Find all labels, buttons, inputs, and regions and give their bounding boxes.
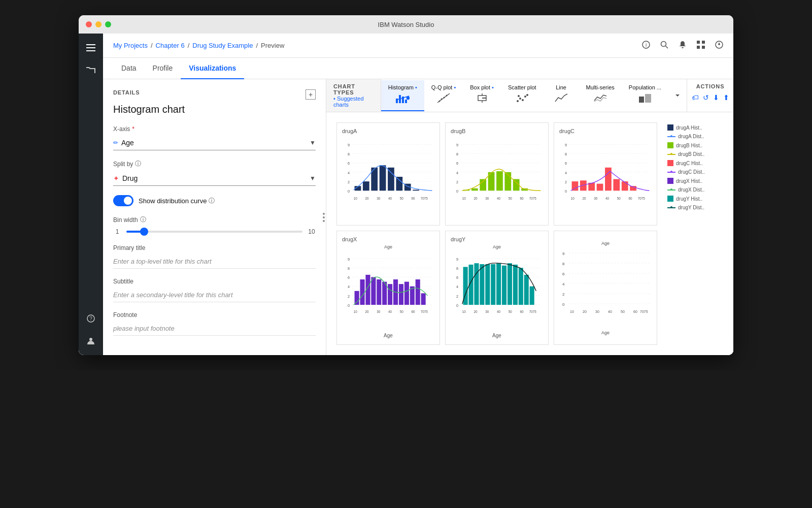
header-icons: i [642, 41, 723, 51]
bin-width-slider-row: 1 10 [113, 228, 316, 235]
subtitle-label: Subtitle [113, 278, 316, 285]
notification-icon[interactable] [679, 41, 687, 51]
chart-type-scatter[interactable]: Scatter plot [501, 80, 544, 111]
actions-panel: ACTIONS 🏷 ↺ ⬇ ⬆ [687, 79, 733, 112]
svg-point-26 [446, 94, 448, 96]
chart-type-multiseries[interactable]: Multi-series [579, 80, 622, 111]
multiseries-icon [593, 92, 607, 106]
app-layout: ? My Projects / Chapter 6 / Drug Study E… [79, 34, 733, 355]
svg-text:20: 20 [583, 197, 587, 201]
svg-text:60: 60 [412, 310, 416, 313]
split-by-select[interactable]: ✦ Drug ▼ [113, 171, 316, 186]
sidebar-help-icon[interactable]: ? [82, 309, 100, 328]
legend-drugA-hist-label: drugA Hist.. [676, 125, 702, 131]
chart-type-boxplot[interactable]: Box plot [463, 80, 501, 111]
breadcrumb-chapter6[interactable]: Chapter 6 [156, 42, 185, 49]
svg-text:8: 8 [456, 266, 458, 271]
distribution-info-icon[interactable]: ⓘ [209, 197, 215, 205]
svg-text:9: 9 [456, 257, 458, 262]
svg-text:20: 20 [365, 197, 369, 201]
legend-drugY-dist: drugY Dist.. [667, 205, 723, 210]
footnote-input[interactable] [113, 322, 316, 336]
svg-text:10: 10 [354, 197, 358, 201]
footnote-group: Footnote [113, 311, 316, 336]
svg-point-25 [444, 97, 445, 98]
slider-thumb[interactable] [140, 228, 148, 236]
legend-drugA-dist: drugA Dist.. [667, 134, 723, 139]
add-chart-button[interactable]: + [306, 89, 316, 100]
chart-drugX-age-title: Age [342, 244, 434, 249]
compass-icon[interactable] [715, 41, 723, 51]
svg-text:40: 40 [497, 310, 501, 313]
svg-point-34 [524, 96, 526, 98]
maximize-dot[interactable] [105, 21, 111, 27]
split-by-info-icon[interactable]: ⓘ [135, 160, 141, 168]
svg-rect-115 [597, 184, 603, 191]
svg-rect-37 [639, 97, 644, 103]
svg-rect-38 [645, 94, 651, 103]
close-dot[interactable] [86, 21, 92, 27]
svg-point-35 [526, 94, 528, 96]
x-axis-select[interactable]: ✏ Age ▼ [113, 136, 316, 150]
pencil-icon: ✏ [113, 139, 118, 146]
svg-text:2: 2 [565, 180, 567, 184]
tab-visualizations[interactable]: Visualizations [181, 58, 244, 79]
svg-rect-174 [480, 264, 484, 305]
scatter-label: Scatter plot [508, 84, 536, 90]
svg-rect-1 [86, 47, 95, 48]
breadcrumb-my-projects[interactable]: My Projects [113, 42, 148, 49]
panel-resize-handle[interactable] [320, 213, 326, 222]
legend-drugY-dist-color [667, 207, 675, 208]
sidebar-user-icon[interactable] [82, 332, 100, 350]
breadcrumb-drug-study[interactable]: Drug Study Example [192, 42, 253, 49]
svg-text:9: 9 [562, 251, 565, 256]
qqplot-icon [436, 92, 451, 106]
svg-text:10: 10 [354, 310, 358, 313]
svg-text:2: 2 [562, 292, 565, 297]
show-distribution-toggle[interactable] [113, 195, 133, 206]
boxplot-icon [475, 92, 489, 106]
svg-rect-89 [496, 171, 503, 190]
sidebar-menu-icon[interactable] [82, 39, 100, 57]
refresh-action-icon[interactable]: ↺ [703, 93, 709, 102]
svg-point-5 [89, 338, 92, 341]
bin-width-info-icon[interactable]: ⓘ [140, 215, 146, 224]
chart-type-qqplot[interactable]: Q-Q plot [424, 80, 463, 111]
chart-drugB-svg: 9 8 6 4 2 0 10 20 30 40 [451, 136, 543, 217]
svg-text:6: 6 [562, 272, 565, 276]
chart-type-population[interactable]: Population ... [622, 80, 668, 111]
tabs: Data Profile Visualizations [103, 58, 733, 79]
minimize-dot[interactable] [95, 21, 101, 27]
svg-rect-178 [502, 266, 506, 305]
chart-type-line[interactable]: Line [544, 80, 579, 111]
tag-action-icon[interactable]: 🏷 [692, 93, 699, 102]
svg-point-33 [522, 99, 524, 101]
chart-drugA: drugA 9 8 6 4 2 0 1 [336, 122, 440, 226]
subtitle-input[interactable] [113, 288, 316, 302]
primary-title-group: Primary title [113, 244, 316, 269]
sidebar-folder-icon[interactable] [82, 61, 100, 79]
legend-drugC-hist-label: drugC Hist.. [676, 161, 703, 166]
tab-profile[interactable]: Profile [145, 58, 181, 79]
info-icon[interactable]: i [642, 41, 650, 51]
share-action-icon[interactable]: ⬆ [723, 93, 729, 102]
chart-type-histogram[interactable]: Histogram [381, 80, 424, 111]
search-icon[interactable] [660, 41, 668, 51]
svg-text:4: 4 [456, 171, 458, 175]
chart-legend: drugA Hist.. drugA Dist.. drugB Hist.. [667, 122, 723, 345]
primary-title-input[interactable] [113, 255, 316, 269]
svg-rect-140 [360, 279, 364, 305]
chart-type-more-button[interactable] [668, 79, 687, 112]
charts-grid: drugA 9 8 6 4 2 0 1 [336, 122, 657, 345]
multiseries-label: Multi-series [586, 84, 615, 90]
download-action-icon[interactable]: ⬇ [713, 93, 719, 102]
svg-point-8 [661, 41, 666, 46]
svg-text:50: 50 [509, 197, 513, 201]
tab-data[interactable]: Data [113, 58, 145, 79]
split-by-chevron-icon: ▼ [310, 175, 316, 182]
svg-text:50: 50 [400, 197, 404, 201]
chart-drugC-age: Age 9 8 6 4 2 0 10 20 [554, 231, 657, 345]
bin-width-slider[interactable] [126, 230, 302, 233]
grid-icon[interactable] [697, 41, 705, 51]
chart-drugX-title: drugX [342, 236, 434, 242]
